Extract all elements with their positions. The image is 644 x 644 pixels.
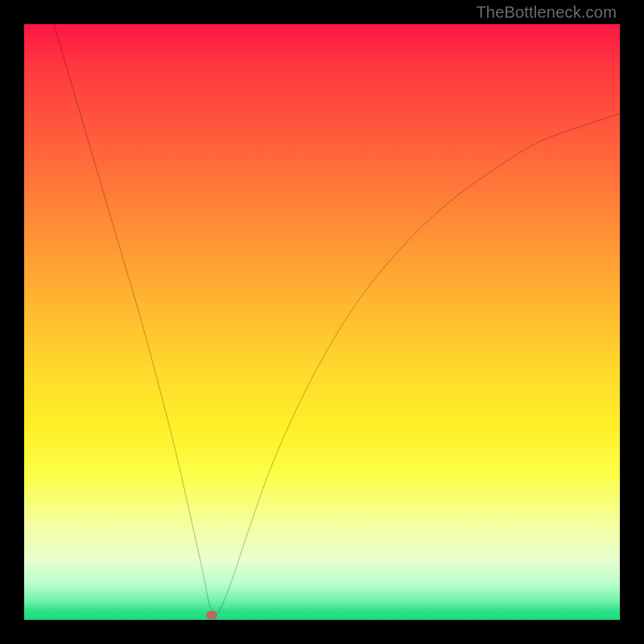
plot-area: [24, 24, 620, 620]
bottleneck-curve: [24, 24, 620, 620]
watermark-text: TheBottleneck.com: [476, 3, 617, 22]
chart-frame: TheBottleneck.com: [0, 0, 644, 644]
optimal-marker: [206, 611, 217, 619]
